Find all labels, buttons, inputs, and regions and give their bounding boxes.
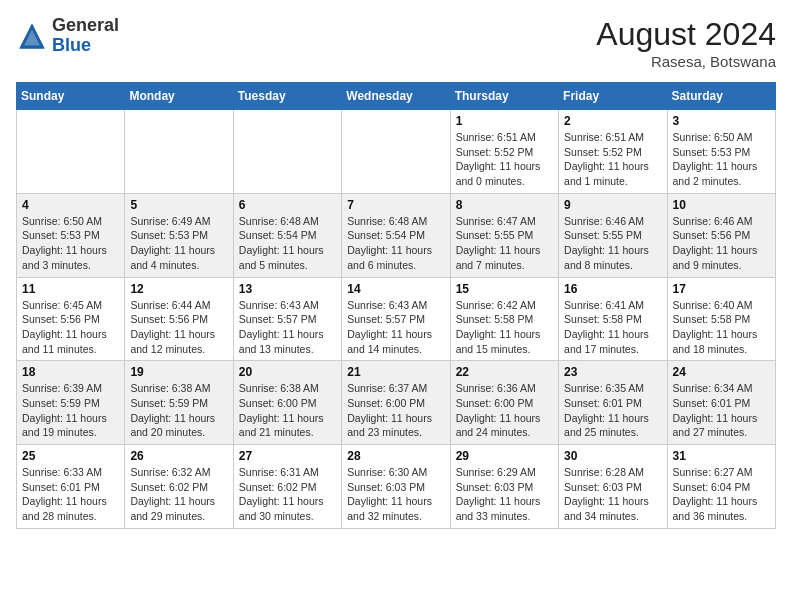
day-info: Sunrise: 6:29 AMSunset: 6:03 PMDaylight:… xyxy=(456,465,553,524)
day-number: 31 xyxy=(673,449,770,463)
calendar-cell: 15Sunrise: 6:42 AMSunset: 5:58 PMDayligh… xyxy=(450,277,558,361)
day-number: 11 xyxy=(22,282,119,296)
calendar-cell: 23Sunrise: 6:35 AMSunset: 6:01 PMDayligh… xyxy=(559,361,667,445)
location: Rasesa, Botswana xyxy=(596,53,776,70)
day-number: 29 xyxy=(456,449,553,463)
day-info: Sunrise: 6:41 AMSunset: 5:58 PMDaylight:… xyxy=(564,298,661,357)
day-info: Sunrise: 6:38 AMSunset: 6:00 PMDaylight:… xyxy=(239,381,336,440)
calendar-cell: 4Sunrise: 6:50 AMSunset: 5:53 PMDaylight… xyxy=(17,193,125,277)
logo: General Blue xyxy=(16,16,119,56)
weekday-header: Thursday xyxy=(450,83,558,110)
calendar-cell: 12Sunrise: 6:44 AMSunset: 5:56 PMDayligh… xyxy=(125,277,233,361)
month-year: August 2024 xyxy=(596,16,776,53)
calendar-cell: 13Sunrise: 6:43 AMSunset: 5:57 PMDayligh… xyxy=(233,277,341,361)
day-number: 16 xyxy=(564,282,661,296)
day-number: 30 xyxy=(564,449,661,463)
day-info: Sunrise: 6:35 AMSunset: 6:01 PMDaylight:… xyxy=(564,381,661,440)
day-info: Sunrise: 6:32 AMSunset: 6:02 PMDaylight:… xyxy=(130,465,227,524)
logo-blue: Blue xyxy=(52,36,119,56)
day-number: 28 xyxy=(347,449,444,463)
calendar-cell: 8Sunrise: 6:47 AMSunset: 5:55 PMDaylight… xyxy=(450,193,558,277)
calendar-cell: 19Sunrise: 6:38 AMSunset: 5:59 PMDayligh… xyxy=(125,361,233,445)
calendar-table: SundayMondayTuesdayWednesdayThursdayFrid… xyxy=(16,82,776,529)
day-info: Sunrise: 6:37 AMSunset: 6:00 PMDaylight:… xyxy=(347,381,444,440)
day-number: 7 xyxy=(347,198,444,212)
day-number: 2 xyxy=(564,114,661,128)
calendar-week-row: 25Sunrise: 6:33 AMSunset: 6:01 PMDayligh… xyxy=(17,445,776,529)
day-number: 22 xyxy=(456,365,553,379)
weekday-header: Sunday xyxy=(17,83,125,110)
logo-general: General xyxy=(52,16,119,36)
calendar-cell: 18Sunrise: 6:39 AMSunset: 5:59 PMDayligh… xyxy=(17,361,125,445)
day-number: 12 xyxy=(130,282,227,296)
day-info: Sunrise: 6:31 AMSunset: 6:02 PMDaylight:… xyxy=(239,465,336,524)
day-number: 24 xyxy=(673,365,770,379)
day-number: 17 xyxy=(673,282,770,296)
day-info: Sunrise: 6:51 AMSunset: 5:52 PMDaylight:… xyxy=(456,130,553,189)
day-info: Sunrise: 6:43 AMSunset: 5:57 PMDaylight:… xyxy=(347,298,444,357)
calendar-cell: 16Sunrise: 6:41 AMSunset: 5:58 PMDayligh… xyxy=(559,277,667,361)
calendar-cell: 1Sunrise: 6:51 AMSunset: 5:52 PMDaylight… xyxy=(450,110,558,194)
day-info: Sunrise: 6:42 AMSunset: 5:58 PMDaylight:… xyxy=(456,298,553,357)
day-number: 15 xyxy=(456,282,553,296)
day-number: 14 xyxy=(347,282,444,296)
day-number: 8 xyxy=(456,198,553,212)
day-info: Sunrise: 6:46 AMSunset: 5:56 PMDaylight:… xyxy=(673,214,770,273)
day-info: Sunrise: 6:45 AMSunset: 5:56 PMDaylight:… xyxy=(22,298,119,357)
page-header: General Blue August 2024 Rasesa, Botswan… xyxy=(16,16,776,70)
weekday-header: Monday xyxy=(125,83,233,110)
calendar-cell: 30Sunrise: 6:28 AMSunset: 6:03 PMDayligh… xyxy=(559,445,667,529)
day-info: Sunrise: 6:49 AMSunset: 5:53 PMDaylight:… xyxy=(130,214,227,273)
calendar-week-row: 11Sunrise: 6:45 AMSunset: 5:56 PMDayligh… xyxy=(17,277,776,361)
logo-text: General Blue xyxy=(52,16,119,56)
title-block: August 2024 Rasesa, Botswana xyxy=(596,16,776,70)
day-info: Sunrise: 6:40 AMSunset: 5:58 PMDaylight:… xyxy=(673,298,770,357)
calendar-cell: 6Sunrise: 6:48 AMSunset: 5:54 PMDaylight… xyxy=(233,193,341,277)
day-number: 5 xyxy=(130,198,227,212)
day-info: Sunrise: 6:39 AMSunset: 5:59 PMDaylight:… xyxy=(22,381,119,440)
day-info: Sunrise: 6:47 AMSunset: 5:55 PMDaylight:… xyxy=(456,214,553,273)
day-info: Sunrise: 6:51 AMSunset: 5:52 PMDaylight:… xyxy=(564,130,661,189)
calendar-cell: 27Sunrise: 6:31 AMSunset: 6:02 PMDayligh… xyxy=(233,445,341,529)
day-number: 20 xyxy=(239,365,336,379)
day-info: Sunrise: 6:48 AMSunset: 5:54 PMDaylight:… xyxy=(347,214,444,273)
calendar-cell xyxy=(17,110,125,194)
day-info: Sunrise: 6:30 AMSunset: 6:03 PMDaylight:… xyxy=(347,465,444,524)
calendar-cell: 5Sunrise: 6:49 AMSunset: 5:53 PMDaylight… xyxy=(125,193,233,277)
calendar-cell: 31Sunrise: 6:27 AMSunset: 6:04 PMDayligh… xyxy=(667,445,775,529)
calendar-cell: 25Sunrise: 6:33 AMSunset: 6:01 PMDayligh… xyxy=(17,445,125,529)
calendar-header-row: SundayMondayTuesdayWednesdayThursdayFrid… xyxy=(17,83,776,110)
day-number: 25 xyxy=(22,449,119,463)
day-number: 27 xyxy=(239,449,336,463)
calendar-cell: 24Sunrise: 6:34 AMSunset: 6:01 PMDayligh… xyxy=(667,361,775,445)
calendar-cell: 7Sunrise: 6:48 AMSunset: 5:54 PMDaylight… xyxy=(342,193,450,277)
day-info: Sunrise: 6:50 AMSunset: 5:53 PMDaylight:… xyxy=(22,214,119,273)
day-info: Sunrise: 6:36 AMSunset: 6:00 PMDaylight:… xyxy=(456,381,553,440)
day-number: 9 xyxy=(564,198,661,212)
calendar-cell xyxy=(125,110,233,194)
day-info: Sunrise: 6:27 AMSunset: 6:04 PMDaylight:… xyxy=(673,465,770,524)
calendar-week-row: 18Sunrise: 6:39 AMSunset: 5:59 PMDayligh… xyxy=(17,361,776,445)
day-info: Sunrise: 6:34 AMSunset: 6:01 PMDaylight:… xyxy=(673,381,770,440)
calendar-week-row: 1Sunrise: 6:51 AMSunset: 5:52 PMDaylight… xyxy=(17,110,776,194)
weekday-header: Tuesday xyxy=(233,83,341,110)
day-number: 3 xyxy=(673,114,770,128)
calendar-cell: 22Sunrise: 6:36 AMSunset: 6:00 PMDayligh… xyxy=(450,361,558,445)
calendar-cell: 11Sunrise: 6:45 AMSunset: 5:56 PMDayligh… xyxy=(17,277,125,361)
calendar-cell: 2Sunrise: 6:51 AMSunset: 5:52 PMDaylight… xyxy=(559,110,667,194)
day-number: 18 xyxy=(22,365,119,379)
calendar-cell: 3Sunrise: 6:50 AMSunset: 5:53 PMDaylight… xyxy=(667,110,775,194)
day-info: Sunrise: 6:28 AMSunset: 6:03 PMDaylight:… xyxy=(564,465,661,524)
calendar-cell xyxy=(342,110,450,194)
calendar-cell: 26Sunrise: 6:32 AMSunset: 6:02 PMDayligh… xyxy=(125,445,233,529)
calendar-cell: 10Sunrise: 6:46 AMSunset: 5:56 PMDayligh… xyxy=(667,193,775,277)
day-number: 6 xyxy=(239,198,336,212)
day-info: Sunrise: 6:38 AMSunset: 5:59 PMDaylight:… xyxy=(130,381,227,440)
weekday-header: Wednesday xyxy=(342,83,450,110)
day-info: Sunrise: 6:46 AMSunset: 5:55 PMDaylight:… xyxy=(564,214,661,273)
day-number: 26 xyxy=(130,449,227,463)
day-info: Sunrise: 6:33 AMSunset: 6:01 PMDaylight:… xyxy=(22,465,119,524)
day-number: 10 xyxy=(673,198,770,212)
calendar-week-row: 4Sunrise: 6:50 AMSunset: 5:53 PMDaylight… xyxy=(17,193,776,277)
day-number: 19 xyxy=(130,365,227,379)
